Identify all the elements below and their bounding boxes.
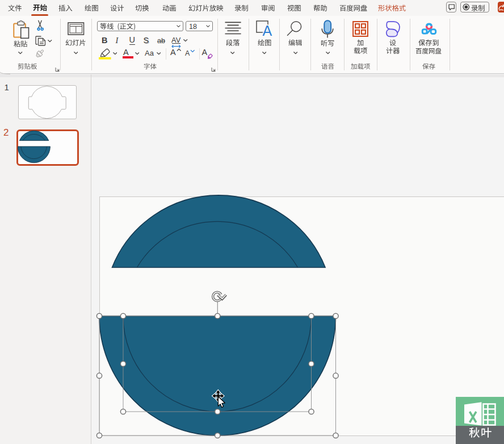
svg-text:A: A (262, 23, 272, 37)
